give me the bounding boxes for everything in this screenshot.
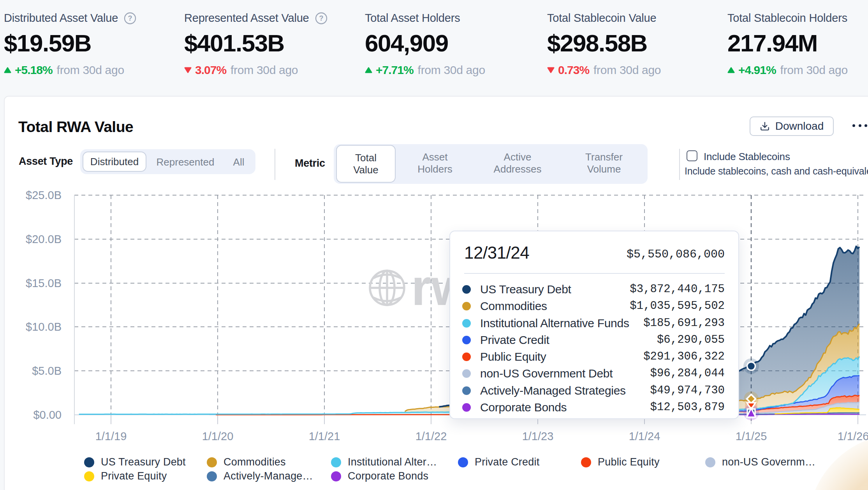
svg-text:1/1/25: 1/1/25 [736, 430, 767, 442]
svg-text:$5.0B: $5.0B [32, 365, 62, 377]
svg-text:1/1/26: 1/1/26 [838, 430, 868, 442]
svg-text:?: ? [319, 14, 323, 22]
svg-text:1/1/24: 1/1/24 [629, 430, 660, 442]
svg-text:1/1/22: 1/1/22 [416, 430, 447, 442]
svg-text:1/1/19: 1/1/19 [95, 430, 127, 442]
svg-text:?: ? [128, 14, 132, 22]
svg-text:$0.00: $0.00 [33, 409, 62, 421]
svg-text:$20.0B: $20.0B [26, 233, 62, 245]
svg-text:$25.0B: $25.0B [26, 189, 62, 201]
svg-text:1/1/21: 1/1/21 [309, 430, 340, 442]
svg-text:1/1/20: 1/1/20 [202, 430, 234, 442]
svg-text:1/1/23: 1/1/23 [522, 430, 554, 442]
svg-text:$10.0B: $10.0B [26, 321, 62, 333]
svg-text:$15.0B: $15.0B [26, 277, 62, 289]
